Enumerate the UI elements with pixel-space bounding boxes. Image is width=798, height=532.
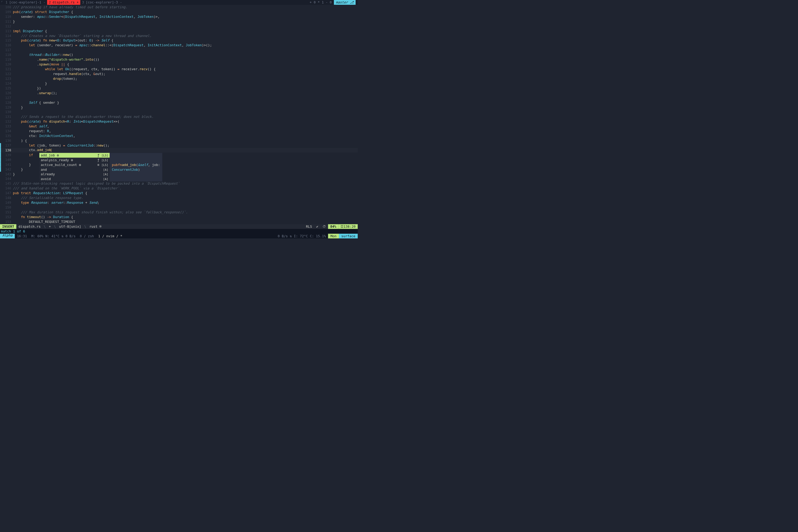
- git-branch[interactable]: master ⎇: [334, 0, 356, 5]
- code-line[interactable]: 135 ctx: InitActionContext,: [0, 134, 358, 138]
- code-line[interactable]: 149 type Response: server::Response + Se…: [0, 200, 358, 205]
- editor-tab[interactable]: 3[coc-explorer]-3 -: [80, 0, 124, 5]
- line-number: 117: [1, 49, 13, 52]
- code-line[interactable]: 128 Self { sender }: [0, 100, 358, 105]
- tab-bar: ⌜ 1[coc-explorer]-1 -2dispatch.rs +3[coc…: [0, 0, 358, 5]
- tmux-session[interactable]: Alpha: [0, 234, 15, 239]
- line-number: 147: [1, 191, 13, 195]
- code-line[interactable]: 153 DEFAULT_REQUEST_TIMEOUT: [0, 220, 358, 224]
- line-number: 126: [1, 91, 13, 95]
- line-number: 137: [1, 144, 13, 147]
- code-line[interactable]: 114 /// Creates a new `Dispatcher` start…: [0, 34, 358, 38]
- scroll-percent: 84%: [328, 224, 338, 229]
- code-line[interactable]: 131 /// Sends a request to the dispatch-…: [0, 114, 358, 119]
- line-number: 125: [1, 87, 13, 90]
- line-number: 152: [1, 215, 13, 219]
- code-line[interactable]: 129 }: [0, 105, 358, 110]
- code-line[interactable]: 147pub trait RequestAction: LSPRequest {: [0, 191, 358, 195]
- code-line[interactable]: 123 drop(token);: [0, 76, 358, 81]
- status-line: INSERT dispatch.rs \ + \ utf-8[unix] \ r…: [0, 224, 358, 229]
- completion-item[interactable]: avoid [A]: [39, 177, 110, 182]
- line-number: 133: [1, 125, 13, 128]
- line-number: 115: [1, 39, 13, 42]
- line-number: 145: [1, 182, 13, 185]
- line-number: 118: [1, 53, 13, 57]
- tmux-window-1[interactable]: 1 / nvim / *: [96, 234, 125, 239]
- line-number: 151: [1, 211, 13, 214]
- code-line[interactable]: 152 fn timeout() -> Duration {: [0, 215, 358, 220]
- line-number: 120: [1, 63, 13, 66]
- completion-menu[interactable]: add_job ⚙ƒ [LS]analysis_ready ⚙ƒ [LS]act…: [39, 153, 110, 182]
- code-line[interactable]: 130: [0, 110, 358, 114]
- clock-icon: ⏱: [321, 224, 328, 229]
- completion-item[interactable]: and [A]: [39, 167, 110, 172]
- line-number: 144: [1, 177, 13, 180]
- line-number: 113: [1, 29, 13, 33]
- code-line[interactable]: 116 let (sender, receiver) = mpsc::chann…: [0, 43, 358, 48]
- code-line[interactable]: 118 thread::Builder::new(): [0, 52, 358, 57]
- line-number: 127: [1, 96, 13, 99]
- line-number: 146: [1, 187, 13, 190]
- line-number: 110: [1, 15, 13, 18]
- code-line[interactable]: 120 .spawn(move || {: [0, 62, 358, 67]
- code-line[interactable]: 136 ) {: [0, 138, 358, 143]
- code-line[interactable]: 117: [0, 48, 358, 52]
- completion-item[interactable]: analysis_ready ⚙ƒ [LS]: [39, 158, 110, 163]
- code-line[interactable]: 145/// Stdin-non-blocking request logic …: [0, 181, 358, 186]
- code-line[interactable]: 124 }: [0, 81, 358, 86]
- tmux-day: Mon: [328, 234, 339, 239]
- code-line[interactable]: 111}: [0, 19, 358, 24]
- line-number: 134: [1, 130, 13, 133]
- app-logo-icon: ⌜: [0, 0, 4, 5]
- editor-tab[interactable]: 1[coc-explorer]-1 -: [4, 0, 47, 5]
- line-number: 136: [1, 139, 13, 142]
- code-line[interactable]: 113impl Dispatcher {: [0, 29, 358, 34]
- tmux-statusline: Alpha 16:31 M: 60% N: 41°C ⇅ 0 B/s 0 / z…: [0, 234, 358, 239]
- command-message: match 1 of 6: [0, 229, 358, 234]
- code-line[interactable]: 122 request.handle(ctx, &out);: [0, 72, 358, 76]
- tmux-host: surface: [339, 234, 358, 239]
- line-number: 153: [1, 220, 13, 224]
- code-line[interactable]: 110 sender: mpsc::Sender<(DispatchReques…: [0, 14, 358, 19]
- code-line[interactable]: 127: [0, 95, 358, 100]
- line-number: 108: [1, 5, 13, 9]
- line-number: 138: [1, 149, 13, 152]
- line-number: 129: [1, 106, 13, 109]
- code-line[interactable]: 119 .name("dispatch-worker".into()): [0, 57, 358, 62]
- separator: \: [43, 224, 47, 229]
- code-line[interactable]: 148 /// Serializable response type.: [0, 195, 358, 200]
- code-line[interactable]: 146/// and handled on the `WORK_POOL` vi…: [0, 186, 358, 191]
- code-line[interactable]: 109pub(crate) struct Dispatcher {: [0, 10, 358, 14]
- editor-tab[interactable]: 2dispatch.rs +: [47, 0, 80, 5]
- completion-popup[interactable]: add_job ⚙ƒ [LS]analysis_ready ⚙ƒ [LS]act…: [39, 153, 162, 182]
- line-number: 132: [1, 120, 13, 124]
- code-line[interactable]: 126 .unwrap();: [0, 91, 358, 95]
- tmux-net-stats: 0 B/s ⇅ I: 72°C C: 15.1%: [276, 234, 328, 239]
- completion-item[interactable]: add_job ⚙ƒ [LS]: [39, 153, 110, 158]
- lsp-status: RLS: [304, 224, 314, 229]
- line-number: 112: [1, 24, 13, 28]
- line-number: 135: [1, 134, 13, 138]
- code-line[interactable]: 115 pub(crate) fn new<O: Output>(out: O)…: [0, 38, 358, 43]
- line-number: 116: [1, 44, 13, 47]
- completion-item[interactable]: active_build_count ⚙≡ [LS]: [39, 163, 110, 167]
- tmux-window-0[interactable]: 0 / zsh: [78, 234, 96, 239]
- code-line[interactable]: 137 let (job, token) = ConcurrentJob::ne…: [0, 143, 358, 148]
- code-line[interactable]: 133 &mut self,: [0, 124, 358, 129]
- code-line[interactable]: 134 request: R,: [0, 129, 358, 134]
- line-number: 124: [1, 82, 13, 86]
- line-number: 131: [1, 115, 13, 119]
- editor-area[interactable]: 108/// processing if have already timed …: [0, 5, 358, 224]
- code-line[interactable]: 125 }): [0, 86, 358, 91]
- line-number: 130: [1, 110, 13, 114]
- code-line[interactable]: 151 /// Max duration this request should…: [0, 210, 358, 215]
- line-number: 150: [1, 206, 13, 209]
- code-line[interactable]: 150: [0, 205, 358, 210]
- code-line[interactable]: 121 while let Ok((request, ctx, token)) …: [0, 67, 358, 72]
- line-number: 142: [1, 168, 13, 171]
- code-line[interactable]: 138 ctx.add_job: [0, 148, 358, 153]
- code-line[interactable]: 108/// processing if have already timed …: [0, 5, 358, 10]
- code-line[interactable]: 132 pub(crate) fn dispatch<R: Into<Dispa…: [0, 119, 358, 124]
- completion-item[interactable]: already [A]: [39, 172, 110, 177]
- code-line[interactable]: 112: [0, 24, 358, 29]
